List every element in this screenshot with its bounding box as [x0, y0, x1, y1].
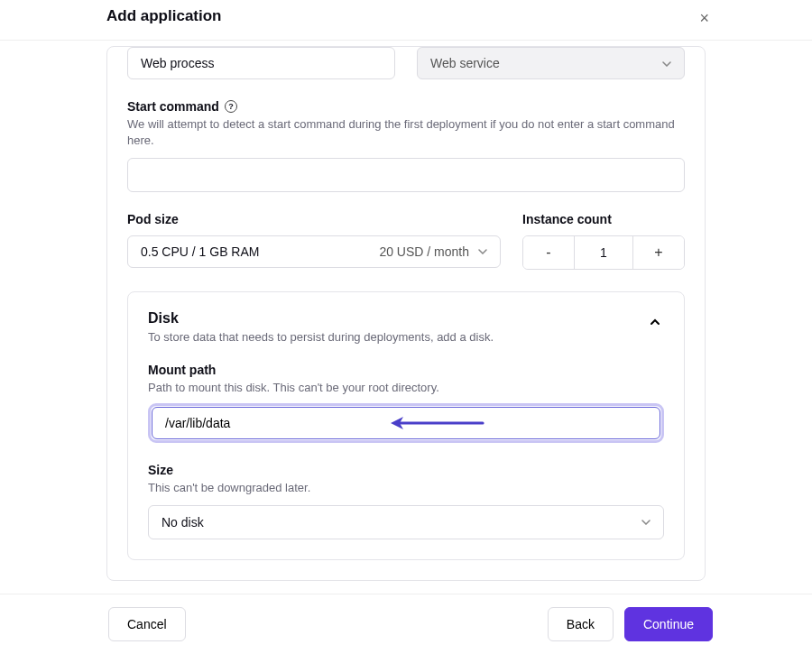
disk-size-select[interactable]: No disk — [148, 505, 664, 539]
disk-card: Disk To store data that needs to persist… — [127, 291, 685, 560]
modal-body: Web process Web service Start command ? … — [0, 41, 812, 628]
mount-path-help: Path to mount this disk. This can't be y… — [148, 380, 664, 396]
disk-header: Disk To store data that needs to persist… — [148, 310, 664, 345]
back-button[interactable]: Back — [548, 607, 614, 641]
start-command-section: Start command ? We will attempt to detec… — [127, 99, 685, 192]
pod-size-price: 20 USD / month — [379, 244, 469, 259]
mount-path-input[interactable] — [152, 407, 660, 439]
continue-button[interactable]: Continue — [624, 607, 713, 641]
instance-count-value: 1 — [574, 236, 633, 269]
pod-instance-row: Pod size 0.5 CPU / 1 GB RAM 20 USD / mon… — [127, 212, 685, 270]
mount-path-section: Mount path Path to mount this disk. This… — [148, 363, 664, 443]
modal-footer: Cancel Back Continue — [0, 594, 812, 654]
disk-size-label: Size — [148, 463, 664, 477]
instance-decrement-button[interactable]: - — [523, 236, 574, 269]
cancel-button[interactable]: Cancel — [108, 607, 186, 641]
instance-count-stepper: - 1 + — [522, 235, 685, 270]
instance-count-label: Instance count — [522, 212, 685, 226]
process-type-select[interactable]: Web service — [417, 47, 685, 79]
instance-increment-button[interactable]: + — [633, 236, 684, 269]
disk-size-section: Size This can't be downgraded later. No … — [148, 463, 664, 539]
chevron-up-icon[interactable] — [646, 310, 664, 332]
info-icon[interactable]: ? — [225, 100, 237, 113]
footer-right-buttons: Back Continue — [548, 607, 713, 641]
process-card: Web process Web service Start command ? … — [106, 46, 706, 581]
pod-size-select[interactable]: 0.5 CPU / 1 GB RAM 20 USD / month — [127, 235, 501, 268]
disk-size-help: This can't be downgraded later. — [148, 480, 664, 496]
pod-size-value: 0.5 CPU / 1 GB RAM — [141, 244, 259, 259]
mount-path-input-highlight — [148, 403, 664, 443]
pod-size-section: Pod size 0.5 CPU / 1 GB RAM 20 USD / mon… — [127, 212, 501, 270]
start-command-label: Start command ? — [127, 99, 685, 114]
pod-size-price-wrap: 20 USD / month — [379, 244, 487, 259]
close-icon[interactable]: × — [699, 9, 709, 28]
chevron-down-icon — [641, 520, 651, 525]
disk-subtitle: To store data that needs to persist duri… — [148, 329, 494, 345]
process-name-type-row: Web process Web service — [127, 47, 685, 79]
disk-size-value: No disk — [161, 515, 204, 530]
chevron-down-icon — [662, 58, 671, 69]
modal-header: Add application × — [0, 0, 812, 41]
chevron-down-icon — [478, 249, 487, 254]
start-command-help: We will attempt to detect a start comman… — [127, 116, 685, 149]
process-name-value: Web process — [141, 56, 214, 70]
process-type-value: Web service — [430, 56, 500, 70]
modal-title: Add application — [106, 7, 222, 25]
process-name-input[interactable]: Web process — [127, 47, 395, 79]
mount-path-label: Mount path — [148, 363, 664, 377]
disk-title: Disk — [148, 310, 494, 327]
instance-count-section: Instance count - 1 + — [522, 212, 685, 270]
start-command-input[interactable] — [127, 158, 685, 192]
pod-size-label: Pod size — [127, 212, 501, 226]
